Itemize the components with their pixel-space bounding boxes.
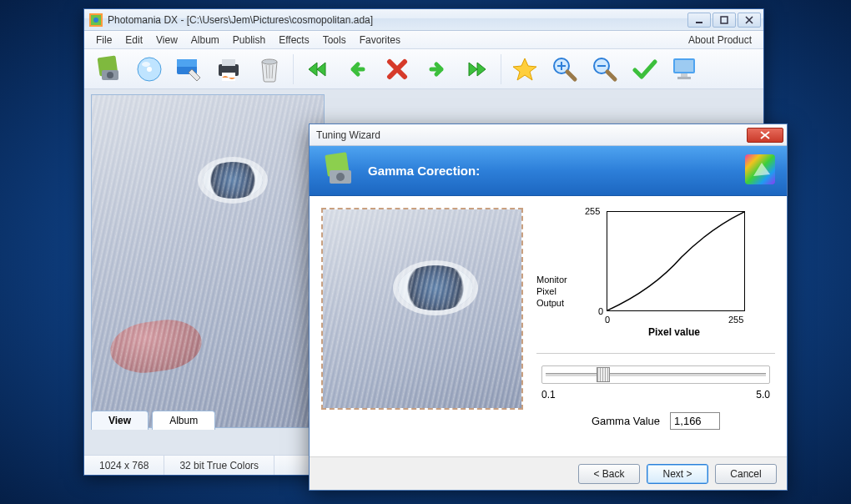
y-axis-label: Monitor Pixel Output <box>536 208 582 350</box>
menubar: File Edit View Album Publish Effects Too… <box>84 31 763 49</box>
window-title: Photomania DX - [C:\Users\Jem\Pictures\c… <box>108 14 373 26</box>
back-button[interactable]: < Back <box>578 464 640 484</box>
slider-max-label: 5.0 <box>756 389 770 401</box>
tab-album[interactable]: Album <box>152 411 215 430</box>
menu-view[interactable]: View <box>149 33 184 48</box>
svg-point-11 <box>142 62 150 67</box>
camera-icon <box>321 152 358 189</box>
svg-rect-25 <box>681 73 687 77</box>
dialog-body: Monitor Pixel Output 255 0 0 255 Pixel v… <box>310 196 787 456</box>
tuning-wizard-dialog: Tuning Wizard Gamma Corection: Monitor P… <box>309 123 788 491</box>
view-tabs: View Album <box>91 411 219 430</box>
dialog-footer: < Back Next > Cancel <box>310 456 787 490</box>
tab-view[interactable]: View <box>91 411 149 430</box>
browse-icon[interactable] <box>171 53 208 86</box>
menu-tools[interactable]: Tools <box>316 33 353 48</box>
svg-rect-26 <box>677 77 691 79</box>
close-button[interactable] <box>738 13 761 28</box>
menu-favorites[interactable]: Favorites <box>353 33 407 48</box>
gamma-value-input[interactable] <box>670 412 720 430</box>
x-axis-label: Pixel value <box>648 326 700 338</box>
divider <box>536 353 775 354</box>
first-icon[interactable] <box>299 53 335 86</box>
minimize-button[interactable] <box>687 13 711 28</box>
svg-rect-15 <box>222 59 235 66</box>
menu-edit[interactable]: Edit <box>118 33 149 48</box>
maximize-button[interactable] <box>713 13 736 28</box>
trash-icon[interactable] <box>251 53 288 86</box>
toolbar-separator <box>293 54 294 84</box>
preview-image <box>321 208 523 410</box>
gamma-slider[interactable] <box>541 365 770 384</box>
desktop-icon[interactable] <box>667 53 703 86</box>
dialog-close-button[interactable] <box>747 128 783 143</box>
svg-point-17 <box>262 59 277 64</box>
toolbar-separator <box>501 54 501 84</box>
titlebar[interactable]: Photomania DX - [C:\Users\Jem\Pictures\c… <box>84 9 763 31</box>
next-icon[interactable] <box>419 53 456 86</box>
dialog-titlebar[interactable]: Tuning Wizard <box>310 124 787 146</box>
cancel-button[interactable]: Cancel <box>715 464 777 484</box>
svg-point-7 <box>107 72 113 78</box>
svg-point-2 <box>93 18 98 23</box>
delete-icon[interactable] <box>379 53 415 86</box>
toolbar <box>84 49 763 89</box>
zoom-in-icon[interactable] <box>546 53 583 86</box>
menu-publish[interactable]: Publish <box>226 33 272 48</box>
prev-icon[interactable] <box>339 53 375 86</box>
last-icon[interactable] <box>459 53 496 86</box>
dialog-header: Gamma Corection: <box>310 146 787 196</box>
svg-point-10 <box>147 67 152 72</box>
menu-effects[interactable]: Effects <box>272 33 315 48</box>
y-tick-min: 0 <box>598 306 603 316</box>
gamma-chart: Monitor Pixel Output 255 0 0 255 Pixel v… <box>536 208 775 350</box>
x-tick-max: 255 <box>728 315 743 325</box>
status-dimensions: 1024 x 768 <box>84 456 164 475</box>
menu-about[interactable]: About Product <box>682 33 758 48</box>
svg-point-29 <box>336 173 345 181</box>
rainbow-logo-icon <box>745 154 775 187</box>
star-icon[interactable] <box>506 53 543 86</box>
slider-thumb[interactable] <box>597 367 610 382</box>
photo-icon[interactable] <box>91 53 128 86</box>
svg-rect-13 <box>177 59 197 67</box>
dialog-title: Tuning Wizard <box>316 129 380 141</box>
next-button[interactable]: Next > <box>647 464 708 484</box>
disc-icon[interactable] <box>131 53 168 86</box>
app-icon <box>89 13 103 27</box>
main-image <box>91 94 325 428</box>
menu-file[interactable]: File <box>89 33 118 48</box>
dialog-heading: Gamma Corection: <box>368 164 480 178</box>
svg-rect-4 <box>721 17 728 23</box>
slider-min-label: 0.1 <box>541 389 556 401</box>
y-tick-max: 255 <box>585 206 600 216</box>
zoom-out-icon[interactable] <box>587 53 623 86</box>
svg-rect-24 <box>675 60 693 72</box>
svg-rect-3 <box>696 22 702 23</box>
x-tick-min: 0 <box>605 315 610 325</box>
gamma-value-label: Gamma Value <box>592 415 660 427</box>
print-icon[interactable] <box>211 53 248 86</box>
status-colordepth: 32 bit True Colors <box>164 456 274 475</box>
apply-icon[interactable] <box>627 53 663 86</box>
menu-album[interactable]: Album <box>184 33 226 48</box>
